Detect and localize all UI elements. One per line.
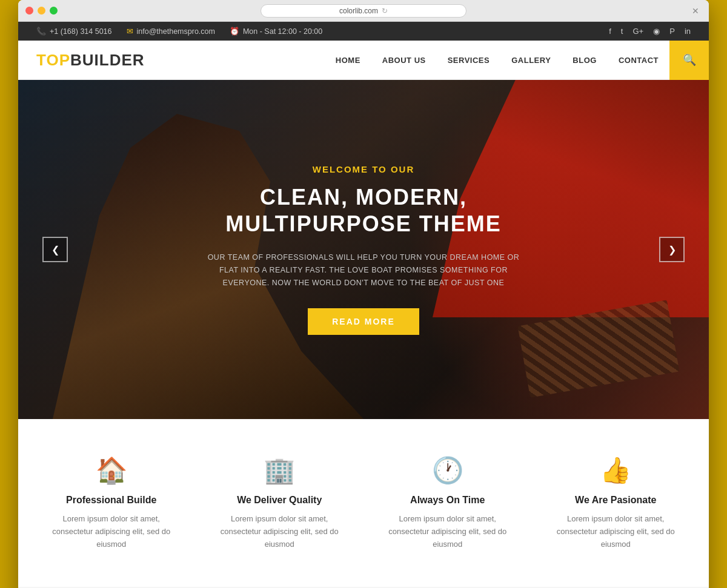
logo-builder: BUILDER — [70, 51, 145, 69]
nav-contact[interactable]: CONTACT — [608, 56, 669, 65]
next-slide-button[interactable]: ❯ — [659, 237, 685, 262]
email-icon: ✉ — [127, 27, 133, 36]
arrow-right-icon: ❯ — [668, 244, 676, 256]
feature-desc-3: Lorem ipsum dolor sit amet, consectetur … — [379, 513, 517, 550]
hero-content: WELCOME TO OUR CLEAN, MODERN, MULTIPURPO… — [151, 152, 576, 346]
browser-close-button[interactable]: ✕ — [689, 5, 702, 17]
feature-professional-builder: 🏠 Professional Builde Lorem ipsum dolor … — [36, 449, 187, 557]
email-address: info@thethemspro.com — [137, 27, 215, 36]
feature-title-1: Professional Builde — [42, 495, 181, 506]
nav-links: HOME ABOUT US SERVICES GALLERY BLOG CONT… — [325, 41, 691, 80]
hero-cta-button[interactable]: READ MORE — [308, 308, 419, 335]
close-dot[interactable] — [25, 7, 33, 15]
feature-deliver-quality: 🏢 We Deliver Quality Lorem ipsum dolor s… — [205, 449, 355, 557]
url-bar[interactable]: colorlib.com ↻ — [261, 4, 466, 18]
feature-passionate: 👍 We Are Pasionate Lorem ipsum dolor sit… — [541, 449, 691, 557]
features-grid: 🏠 Professional Builde Lorem ipsum dolor … — [36, 449, 691, 557]
feature-desc-1: Lorem ipsum dolor sit amet, consectetur … — [42, 513, 181, 550]
minimize-dot[interactable] — [38, 7, 45, 15]
feature-desc-2: Lorem ipsum dolor sit amet, consectetur … — [211, 513, 349, 550]
search-icon: 🔍 — [683, 53, 696, 67]
phone-item: 📞 +1 (168) 314 5016 — [36, 27, 112, 36]
instagram-icon[interactable]: ◉ — [653, 27, 660, 36]
site-logo[interactable]: TOPBUILDER — [36, 51, 145, 70]
navbar: TOPBUILDER HOME ABOUT US SERVICES GALLER… — [18, 41, 709, 80]
browser-window: colorlib.com ↻ ✕ 📞 +1 (168) 314 5016 ✉ i… — [18, 0, 709, 588]
features-section: 🏠 Professional Builde Lorem ipsum dolor … — [18, 419, 709, 587]
hero-description: OUR TEAM OF PROFESSIONALS WILL HELP YOU … — [197, 251, 530, 290]
url-text: colorlib.com — [339, 7, 378, 15]
pinterest-icon[interactable]: P — [669, 27, 675, 36]
facebook-icon[interactable]: f — [609, 27, 611, 36]
googleplus-icon[interactable]: G+ — [632, 27, 643, 36]
refresh-icon[interactable]: ↻ — [382, 7, 388, 15]
browser-titlebar: colorlib.com ↻ ✕ — [18, 0, 709, 22]
search-button[interactable]: 🔍 — [669, 41, 709, 80]
phone-icon: 📞 — [36, 27, 46, 36]
nav-home[interactable]: HOME — [325, 56, 371, 65]
thumbsup-icon: 👍 — [547, 455, 685, 485]
nav-blog[interactable]: BLOG — [562, 56, 608, 65]
logo-top: TOP — [36, 51, 70, 69]
clock-feature-icon: 🕐 — [379, 455, 517, 485]
nav-gallery[interactable]: GALLERY — [500, 56, 562, 65]
linkedin-icon[interactable]: in — [685, 27, 691, 36]
twitter-icon[interactable]: t — [621, 27, 623, 36]
house-icon: 🏠 — [42, 455, 181, 485]
phone-number: +1 (168) 314 5016 — [50, 27, 112, 36]
browser-dots — [25, 7, 58, 15]
feature-title-2: We Deliver Quality — [211, 495, 349, 506]
feature-title-4: We Are Pasionate — [547, 495, 685, 506]
nav-services[interactable]: SERVICES — [437, 56, 501, 65]
feature-desc-4: Lorem ipsum dolor sit amet, consectetur … — [547, 513, 685, 550]
top-bar-left: 📞 +1 (168) 314 5016 ✉ info@thethemspro.c… — [36, 27, 322, 36]
hero-section: ❮ WELCOME TO OUR CLEAN, MODERN, MULTIPUR… — [18, 80, 709, 419]
building-icon: 🏢 — [211, 455, 349, 485]
business-hours: Mon - Sat 12:00 - 20:00 — [243, 27, 322, 36]
arrow-left-icon: ❮ — [51, 244, 59, 256]
nav-about[interactable]: ABOUT US — [371, 56, 437, 65]
maximize-dot[interactable] — [50, 7, 58, 15]
top-bar-right: f t G+ ◉ P in — [609, 27, 691, 36]
feature-on-time: 🕐 Always On Time Lorem ipsum dolor sit a… — [373, 449, 523, 557]
hero-title: CLEAN, MODERN, MULTIPURPOSE THEME — [164, 184, 563, 236]
feature-title-3: Always On Time — [379, 495, 517, 506]
hours-item: ⏰ Mon - Sat 12:00 - 20:00 — [230, 27, 322, 36]
email-item: ✉ info@thethemspro.com — [127, 27, 215, 36]
prev-slide-button[interactable]: ❮ — [42, 237, 68, 262]
hero-subtitle: WELCOME TO OUR — [164, 164, 563, 174]
site-wrapper: 📞 +1 (168) 314 5016 ✉ info@thethemspro.c… — [18, 22, 709, 588]
clock-icon: ⏰ — [230, 27, 239, 36]
top-bar: 📞 +1 (168) 314 5016 ✉ info@thethemspro.c… — [18, 22, 709, 41]
